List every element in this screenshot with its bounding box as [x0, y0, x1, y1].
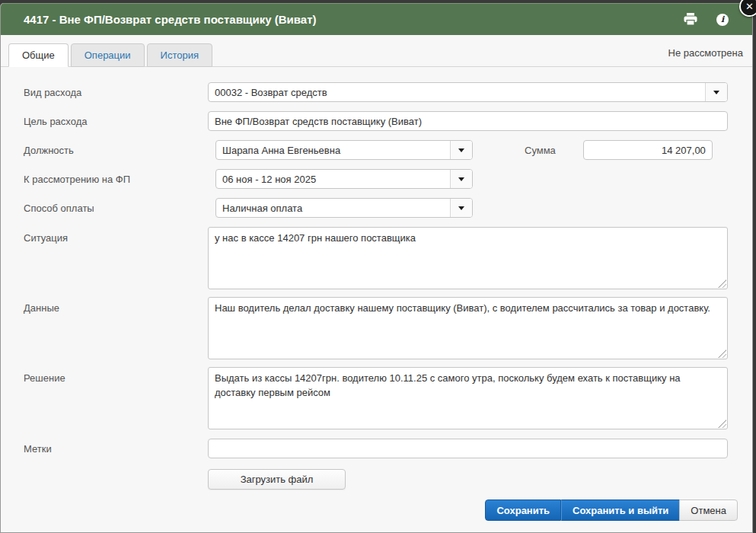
row-upload: Загрузить файл [1, 469, 752, 490]
tags-input[interactable] [208, 439, 728, 458]
decision-textarea[interactable]: Выдать из кассы 14207грн. водителю 10.11… [208, 367, 728, 429]
header-actions: i [682, 12, 752, 27]
status-badge: Не рассмотрена [668, 47, 745, 66]
amount-input[interactable] [583, 140, 713, 160]
expense-goal-input[interactable] [208, 111, 728, 131]
payment-method-select[interactable]: Наличная оплата [215, 198, 473, 218]
printer-glyph [683, 13, 698, 26]
row-expense-type: Вид расхода 00032 - Возврат средств [1, 82, 752, 102]
row-decision: Решение Выдать из кассы 14207грн. водите… [1, 367, 752, 429]
chevron-down-icon [705, 83, 727, 101]
expense-goal-label: Цель расхода [1, 116, 208, 127]
payment-method-label: Способ оплаты [1, 203, 208, 214]
position-select[interactable]: Шарапа Анна Евгеньевна [215, 140, 473, 160]
expense-type-label: Вид расхода [1, 87, 208, 98]
tab-history[interactable]: История [147, 43, 212, 67]
review-period-select[interactable]: 06 ноя - 12 ноя 2025 [215, 169, 473, 189]
dialog-title: 4417 - Вне ФП/Возврат средств поставщику… [1, 13, 317, 26]
tab-general[interactable]: Общие [8, 43, 69, 67]
chevron-down-icon [450, 170, 472, 188]
position-label: Должность [1, 145, 208, 156]
chevron-down-icon [450, 141, 472, 159]
amount-label: Сумма [525, 145, 556, 156]
row-situation: Ситуация у нас в кассе 14207 грн нашего … [1, 227, 752, 289]
footer-actions: Сохранить Сохранить и выйти Отмена [1, 499, 752, 521]
chevron-down-icon [450, 199, 472, 217]
situation-label: Ситуация [1, 227, 208, 244]
upload-file-button[interactable]: Загрузить файл [208, 469, 346, 490]
cancel-button[interactable]: Отмена [679, 499, 738, 521]
expense-type-select[interactable]: 00032 - Возврат средств [208, 82, 728, 102]
tab-bar: Общие Операции История Не рассмотрена [1, 35, 752, 67]
expense-dialog: 4417 - Вне ФП/Возврат средств поставщику… [0, 3, 753, 533]
print-icon[interactable] [682, 12, 699, 27]
situation-textarea[interactable]: у нас в кассе 14207 грн нашего поставщик… [208, 227, 728, 289]
row-data: Данные Наш водитель делал доставку нашем… [1, 297, 752, 359]
row-review-period: К рассмотрению на ФП 06 ноя - 12 ноя 202… [1, 169, 752, 189]
save-and-exit-button[interactable]: Сохранить и выйти [561, 499, 680, 521]
review-period-label: К рассмотрению на ФП [1, 174, 208, 185]
form-content: Вид расхода 00032 - Возврат средств Цель… [1, 67, 752, 521]
save-button[interactable]: Сохранить [485, 499, 561, 521]
data-label: Данные [1, 297, 208, 314]
dialog-header: 4417 - Вне ФП/Возврат средств поставщику… [1, 3, 752, 35]
tab-operations[interactable]: Операции [71, 43, 145, 67]
row-expense-goal: Цель расхода [1, 111, 752, 131]
info-icon[interactable]: i [714, 12, 731, 27]
data-textarea[interactable]: Наш водитель делал доставку нашему поста… [208, 297, 728, 359]
row-tags: Метки [1, 439, 752, 458]
row-position: Должность Шарапа Анна Евгеньевна Сумма [1, 140, 752, 160]
tags-label: Метки [1, 443, 208, 455]
row-payment-method: Способ оплаты Наличная оплата [1, 198, 752, 218]
decision-label: Решение [1, 367, 208, 384]
